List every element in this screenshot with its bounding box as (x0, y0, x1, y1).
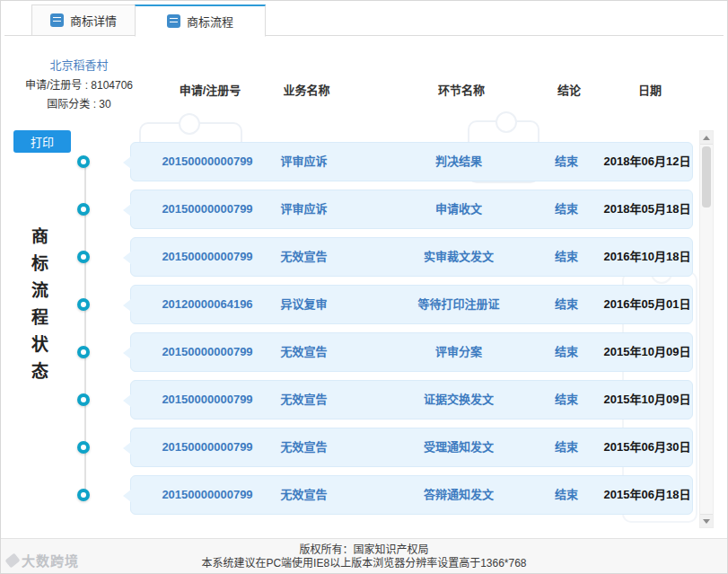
timeline-node-icon (77, 393, 90, 406)
scrollbar[interactable] (699, 130, 714, 528)
timeline-node-icon (77, 298, 90, 311)
international-class-line: 国际分类 : 30 (13, 95, 145, 114)
cell-date: 2016年10月18日 (575, 238, 719, 276)
header-step: 环节名称 (385, 81, 538, 98)
cell-step: 评审分案 (382, 333, 535, 371)
cell-step: 实审裁文发文 (382, 238, 535, 276)
copyright-line: 版权所有：国家知识产权局 (1, 543, 727, 557)
tab-trademark-flow[interactable]: 商标流程 (135, 4, 266, 37)
browser-advice-line: 本系统建议在PC端使用IE8以上版本浏览器分辨率设置高于1366*768 (1, 557, 727, 570)
footer: 版权所有：国家知识产权局 本系统建议在PC端使用IE8以上版本浏览器分辨率设置高… (1, 538, 727, 573)
cell-step: 答辩通知发文 (382, 476, 535, 514)
timeline-node-icon (77, 489, 90, 501)
timeline-node-icon (77, 203, 90, 216)
vertical-title: 商标流程状态 (26, 227, 50, 389)
document-list-icon (50, 13, 64, 27)
scroll-thumb[interactable] (702, 146, 711, 208)
flow-rows: 20150000000799 评审应诉 判决结果 结束 2018年06月12日 … (64, 142, 703, 523)
content-area: 北京稻香村 申请/注册号 : 8104706 国际分类 : 30 打印 申请/注… (4, 36, 725, 540)
trademark-name: 北京稻香村 (13, 56, 145, 75)
cell-business: 无效宣告 (248, 381, 360, 419)
table-header: 申请/注册号 业务名称 环节名称 结论 日期 (134, 81, 700, 97)
tab-bar: 商标详情 商标流程 (4, 4, 724, 36)
cell-business: 无效宣告 (248, 333, 360, 371)
scroll-down-icon[interactable] (700, 514, 713, 527)
timeline-node-icon (77, 441, 90, 454)
trademark-flow-page: 商标详情 商标流程 北京稻香村 申请/注册号 : 8104706 国际分类 : … (0, 0, 728, 574)
watermark: 大数跨境 (7, 551, 79, 570)
timeline-node-icon (77, 155, 90, 168)
row-bubble: 20150000000799 评审应诉 判决结果 结束 2018年06月12日 (130, 142, 693, 181)
tab-label: 商标详情 (70, 12, 117, 29)
table-row: 20150000000799 无效宣告 实审裁文发文 结束 2016年10月18… (64, 237, 703, 277)
cell-step: 判决结果 (382, 143, 535, 181)
row-bubble: 20150000000799 无效宣告 证据交换发文 结束 2015年10月09… (130, 380, 693, 419)
cell-step: 受理通知发文 (382, 428, 535, 466)
watermark-text: 大数跨境 (22, 551, 79, 570)
table-row: 20150000000799 评审应诉 判决结果 结束 2018年06月12日 (64, 142, 703, 181)
row-bubble: 20150000000799 无效宣告 评审分案 结束 2015年10月09日 (130, 332, 693, 372)
cell-step: 证据交换发文 (382, 381, 535, 419)
cell-business: 无效宣告 (248, 428, 360, 466)
cell-date: 2015年10月09日 (575, 333, 719, 371)
trademark-info-panel: 北京稻香村 申请/注册号 : 8104706 国际分类 : 30 (13, 56, 145, 114)
cell-step: 等待打印注册证 (382, 286, 535, 323)
table-row: 20150000000799 评审应诉 申请收文 结束 2018年05月18日 (64, 190, 703, 229)
registration-number-line: 申请/注册号 : 8104706 (13, 76, 145, 95)
cell-business: 无效宣告 (248, 476, 360, 514)
cell-date: 2015年06月30日 (575, 428, 719, 466)
row-bubble: 20150000000799 评审应诉 申请收文 结束 2018年05月18日 (130, 190, 693, 229)
table-row: 20150000000799 无效宣告 证据交换发文 结束 2015年10月09… (64, 380, 703, 419)
table-row: 20150000000799 无效宣告 评审分案 结束 2015年10月09日 (64, 332, 703, 372)
cell-date: 2016年05月01日 (575, 286, 719, 323)
cell-business: 评审应诉 (248, 143, 360, 181)
header-date: 日期 (578, 81, 722, 98)
cell-date: 2018年06月12日 (575, 143, 719, 181)
table-row: 20150000000799 无效宣告 答辩通知发文 结束 2015年06月18… (64, 475, 703, 515)
tab-label: 商标流程 (187, 13, 233, 30)
scroll-up-icon[interactable] (700, 131, 713, 145)
row-bubble: 20150000000799 无效宣告 受理通知发文 结束 2015年06月30… (130, 428, 693, 467)
cell-business: 异议复审 (248, 286, 360, 323)
cell-date: 2015年10月09日 (575, 381, 719, 419)
timeline-node-icon (77, 251, 90, 263)
cell-business: 无效宣告 (248, 238, 360, 276)
cell-step: 申请收文 (382, 190, 535, 228)
print-button[interactable]: 打印 (13, 130, 71, 153)
row-bubble: 20120000064196 异议复审 等待打印注册证 结束 2016年05月0… (130, 285, 693, 324)
cell-date: 2015年06月18日 (575, 476, 719, 514)
row-bubble: 20150000000799 无效宣告 实审裁文发文 结束 2016年10月18… (130, 237, 693, 277)
cell-business: 评审应诉 (248, 190, 360, 228)
tab-trademark-details[interactable]: 商标详情 (31, 4, 136, 36)
table-row: 20150000000799 无效宣告 受理通知发文 结束 2015年06月30… (64, 428, 703, 467)
row-bubble: 20150000000799 无效宣告 答辩通知发文 结束 2015年06月18… (130, 475, 693, 515)
header-business: 业务名称 (250, 81, 363, 98)
table-list-icon (167, 14, 180, 28)
timeline-node-icon (77, 346, 90, 358)
cell-date: 2018年05月18日 (575, 190, 719, 228)
watermark-icon (5, 552, 21, 568)
table-row: 20120000064196 异议复审 等待打印注册证 结束 2016年05月0… (64, 285, 703, 324)
